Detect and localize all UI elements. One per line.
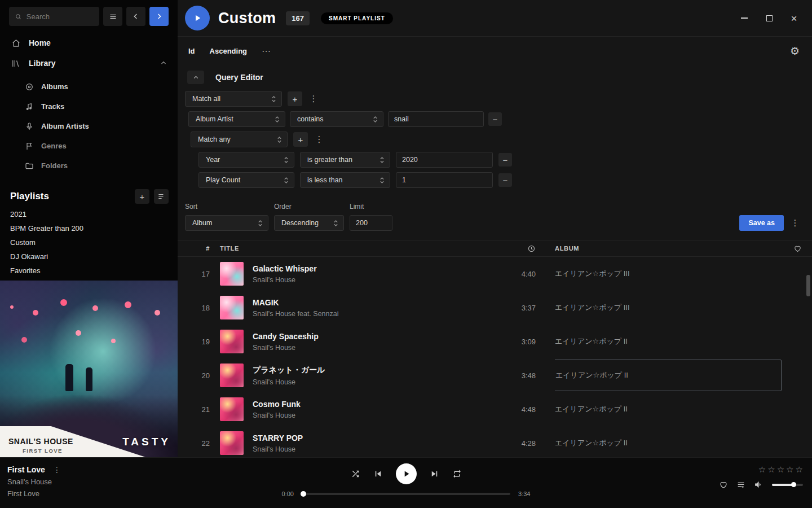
- maximize-button[interactable]: [765, 14, 774, 23]
- add-rule-button[interactable]: +: [293, 132, 308, 147]
- sidebar-item-tracks[interactable]: Tracks: [0, 97, 178, 116]
- sidebar-item-home[interactable]: Home: [0, 33, 178, 53]
- folder-icon: [25, 161, 34, 170]
- sort-label: Sort: [185, 203, 268, 211]
- sort-field-button[interactable]: Id: [188, 47, 195, 55]
- match-type-select[interactable]: Match any: [191, 132, 288, 147]
- shuffle-button[interactable]: [351, 469, 360, 479]
- volume-slider[interactable]: [772, 484, 803, 486]
- playlist-item-2021[interactable]: 2021: [0, 207, 178, 221]
- select-arrows-icon: [284, 176, 289, 185]
- column-header-title[interactable]: TITLE: [220, 245, 496, 252]
- rule-operator-select[interactable]: is greater than: [300, 152, 390, 168]
- table-row[interactable]: 19 Candy Spaceship Snail's House 3:09 エイ…: [178, 325, 812, 358]
- track-album: エイリアン☆ポップ III: [555, 303, 786, 313]
- remove-rule-button[interactable]: −: [498, 153, 512, 167]
- track-album-focused[interactable]: エイリアン☆ポップ II: [555, 360, 786, 391]
- track-duration: 3:09: [496, 338, 536, 346]
- scrollbar-thumb[interactable]: [806, 275, 810, 296]
- sidebar-item-genres[interactable]: Genres: [0, 136, 178, 156]
- now-playing-menu-button[interactable]: ⋮: [53, 465, 61, 474]
- track-titles: Candy Spaceship Snail's House: [253, 332, 496, 352]
- rule-value-input[interactable]: [396, 152, 493, 168]
- settings-button[interactable]: ⚙: [790, 45, 800, 58]
- next-track-button[interactable]: [429, 468, 440, 479]
- add-rule-button[interactable]: +: [288, 91, 302, 106]
- volume-button[interactable]: [754, 480, 764, 489]
- nav-back-button[interactable]: [126, 7, 145, 26]
- save-menu-button[interactable]: ⋮: [789, 218, 801, 228]
- volume-icon: [754, 480, 764, 489]
- track-duration: 4:48: [496, 405, 536, 414]
- queue-button[interactable]: [736, 480, 745, 489]
- star-icon[interactable]: ☆: [786, 465, 793, 475]
- heart-icon: [719, 480, 728, 489]
- play-pause-button[interactable]: [396, 463, 417, 484]
- remove-rule-button[interactable]: −: [498, 173, 512, 187]
- seek-slider[interactable]: [302, 493, 510, 495]
- rule-field-select[interactable]: Album Artist: [188, 111, 285, 127]
- sidebar-item-folders[interactable]: Folders: [0, 156, 178, 176]
- favorite-button[interactable]: [719, 480, 728, 489]
- table-row[interactable]: 20 プラネット・ガール Snail's House 3:48 エイリアン☆ポッ…: [178, 358, 812, 392]
- track-titles: プラネット・ガール Snail's House: [253, 365, 496, 386]
- playlist-options-button[interactable]: [154, 189, 169, 204]
- star-icon[interactable]: ☆: [796, 465, 803, 475]
- previous-track-button[interactable]: [373, 468, 383, 479]
- star-icon[interactable]: ☆: [767, 465, 775, 475]
- menu-button[interactable]: [103, 7, 122, 26]
- star-icon[interactable]: ☆: [777, 465, 784, 475]
- playlist-item-custom[interactable]: Custom: [0, 235, 178, 249]
- more-options-button[interactable]: ⋯: [262, 46, 271, 56]
- group-menu-button[interactable]: ⋮: [308, 94, 319, 104]
- sidebar-item-library[interactable]: Library: [0, 53, 178, 73]
- star-icon[interactable]: ☆: [758, 465, 766, 475]
- column-header-number[interactable]: #: [189, 245, 210, 252]
- kebab-icon: ⋮: [315, 134, 324, 144]
- save-as-button[interactable]: Save as: [739, 215, 784, 231]
- limit-input[interactable]: [350, 215, 392, 231]
- column-header-album[interactable]: ALBUM: [555, 245, 786, 252]
- add-playlist-button[interactable]: +: [135, 189, 149, 204]
- column-header-favorite[interactable]: [786, 244, 802, 253]
- column-header-duration[interactable]: [496, 244, 536, 253]
- match-type-select[interactable]: Match all: [185, 91, 282, 107]
- sort-order-button[interactable]: Ascending: [210, 47, 247, 55]
- minus-icon: −: [503, 176, 508, 185]
- sort-by-select[interactable]: Album: [185, 215, 268, 231]
- sidebar-item-album-artists[interactable]: Album Artists: [0, 116, 178, 136]
- remove-rule-button[interactable]: −: [488, 112, 502, 126]
- repeat-button[interactable]: [452, 469, 462, 479]
- table-row[interactable]: 17 Galactic Whisper Snail's House 4:40 エ…: [178, 257, 812, 291]
- seek-handle[interactable]: [301, 491, 306, 497]
- table-row[interactable]: 18 MAGIK Snail's House feat. Sennzai 3:3…: [178, 291, 812, 325]
- minimize-button[interactable]: [740, 14, 749, 23]
- close-button[interactable]: ×: [789, 14, 798, 23]
- search-input[interactable]: [27, 12, 94, 21]
- group-menu-button[interactable]: ⋮: [314, 134, 325, 144]
- play-playlist-button[interactable]: [185, 6, 210, 30]
- music-note-icon: [25, 102, 34, 111]
- order-select[interactable]: Descending: [274, 215, 344, 231]
- rule-field-select[interactable]: Play Count: [198, 172, 294, 188]
- plus-icon: +: [298, 135, 303, 144]
- rule-operator-select[interactable]: is less than: [300, 172, 390, 188]
- rule-field-select[interactable]: Year: [198, 152, 294, 168]
- rule-value-input[interactable]: [388, 111, 484, 127]
- track-duration: 4:28: [496, 439, 536, 448]
- volume-handle[interactable]: [791, 482, 796, 487]
- rule-operator-select[interactable]: contains: [290, 111, 383, 127]
- table-row[interactable]: 21 Cosmo Funk Snail's House 4:48 エイリアン☆ポ…: [178, 392, 812, 426]
- table-row[interactable]: 22 STARRY POP Snail's House 4:28 エイリアン☆ポ…: [178, 426, 812, 457]
- now-playing-artwork[interactable]: SNAIL'S HOUSE FIRST LOVE TASTY: [0, 281, 178, 457]
- collapse-query-editor-button[interactable]: [187, 71, 204, 84]
- rule-value-input[interactable]: [396, 172, 493, 188]
- playlist-item-dj-okawari[interactable]: DJ Okawari: [0, 249, 178, 264]
- sidebar-item-albums[interactable]: Albums: [0, 77, 178, 97]
- playlist-item-bpm[interactable]: BPM Greater than 200: [0, 221, 178, 235]
- playlist-item-favorites[interactable]: Favorites: [0, 264, 178, 278]
- chevron-up-icon[interactable]: [160, 59, 167, 67]
- search-box[interactable]: [9, 7, 99, 26]
- nav-forward-button[interactable]: [149, 7, 169, 26]
- track-title: Galactic Whisper: [253, 264, 496, 273]
